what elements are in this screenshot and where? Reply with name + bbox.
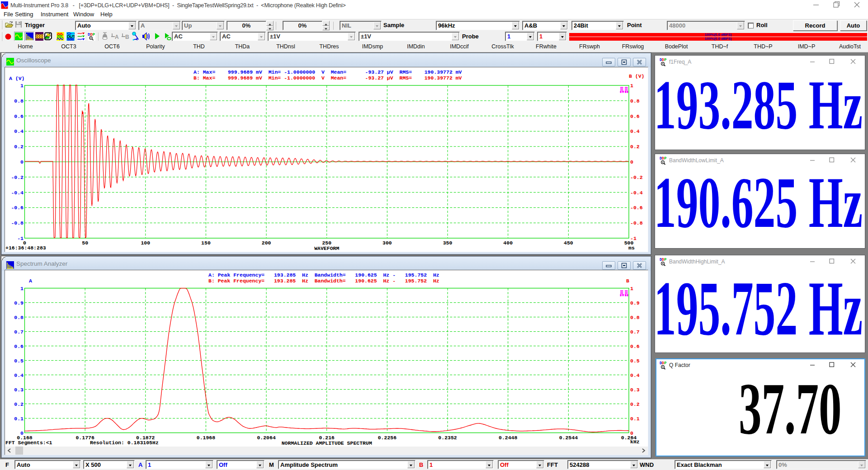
svg-text:DUT: DUT bbox=[67, 34, 75, 39]
svg-text:1: 1 bbox=[630, 286, 633, 291]
svg-text:0: 0 bbox=[630, 159, 633, 165]
svg-text:DDP: DDP bbox=[660, 58, 666, 62]
svg-text:A: Max= 999.9689 mV Min= -: A: Max= 999.9689 mV Min= -1.0000000 V Me… bbox=[193, 69, 462, 75]
svg-text:0.2256: 0.2256 bbox=[378, 435, 397, 441]
svg-text:0.1: 0.1 bbox=[14, 416, 24, 422]
svg-text:450: 450 bbox=[564, 240, 573, 246]
svg-text:0.6: 0.6 bbox=[630, 113, 640, 119]
svg-text:-0.6: -0.6 bbox=[11, 205, 24, 211]
svg-text:0.2: 0.2 bbox=[14, 401, 24, 407]
svg-text:0.6: 0.6 bbox=[14, 113, 24, 119]
svg-text:0.6: 0.6 bbox=[630, 343, 640, 349]
svg-text:0.2544: 0.2544 bbox=[559, 435, 578, 441]
svg-text:B: Max= 999.9689 mV Min= -: B: Max= 999.9689 mV Min= -1.0000000 V Me… bbox=[193, 75, 462, 81]
svg-text:A: A bbox=[115, 34, 119, 40]
svg-text:Resolution: 0.183105Hz: Resolution: 0.183105Hz bbox=[90, 440, 159, 446]
svg-text:0.2448: 0.2448 bbox=[499, 435, 518, 441]
svg-text:400: 400 bbox=[503, 240, 513, 246]
svg-text:B: B bbox=[125, 34, 129, 40]
svg-text:0.7: 0.7 bbox=[630, 329, 640, 335]
svg-text:DDP: DDP bbox=[660, 257, 666, 262]
svg-text:888: 888 bbox=[36, 33, 44, 40]
svg-text:0.7: 0.7 bbox=[14, 329, 24, 335]
svg-text:A (V): A (V) bbox=[9, 75, 25, 81]
svg-text:B: Peak Frequency= 193.285: B: Peak Frequency= 193.285 Hz Bandwidth=… bbox=[208, 278, 439, 284]
svg-text:0.2: 0.2 bbox=[630, 401, 640, 407]
svg-text:ms: ms bbox=[628, 245, 635, 251]
svg-text:0.1: 0.1 bbox=[630, 416, 640, 422]
svg-text:B: B bbox=[626, 278, 629, 284]
svg-text:A: A bbox=[29, 278, 32, 284]
svg-text:-0.8: -0.8 bbox=[11, 220, 24, 226]
svg-text:1: 1 bbox=[630, 83, 633, 89]
svg-text:0.8: 0.8 bbox=[630, 98, 640, 103]
svg-text:-0.6: -0.6 bbox=[630, 205, 643, 211]
svg-text:0.1968: 0.1968 bbox=[197, 435, 216, 441]
svg-text:0.2: 0.2 bbox=[630, 144, 640, 150]
svg-text:+16:36:48:283: +16:36:48:283 bbox=[5, 245, 46, 251]
svg-text:A: Peak Frequency= 193.285: A: Peak Frequency= 193.285 Hz Bandwidth=… bbox=[208, 272, 439, 278]
svg-text:-0.8: -0.8 bbox=[630, 220, 643, 226]
svg-text:0.8: 0.8 bbox=[14, 315, 24, 320]
svg-text:350: 350 bbox=[443, 240, 453, 246]
svg-text:0.2352: 0.2352 bbox=[438, 435, 457, 441]
svg-text:-0.4: -0.4 bbox=[11, 189, 24, 195]
svg-text:200: 200 bbox=[262, 240, 271, 246]
svg-text:0.2064: 0.2064 bbox=[257, 435, 276, 441]
svg-text:300: 300 bbox=[382, 240, 392, 246]
svg-text:WAVEFORM: WAVEFORM bbox=[314, 245, 339, 251]
svg-text:DDP: DDP bbox=[660, 361, 666, 366]
svg-text:B (V): B (V) bbox=[629, 73, 645, 79]
svg-text:1: 1 bbox=[20, 286, 24, 291]
svg-text:0.4: 0.4 bbox=[14, 128, 24, 134]
svg-text:0.4: 0.4 bbox=[14, 372, 24, 378]
svg-text:FFT Segments:<1: FFT Segments:<1 bbox=[5, 440, 52, 446]
svg-text:0.9: 0.9 bbox=[630, 300, 640, 306]
svg-text:NORMALIZED AMPLITUDE SPECTRUM: NORMALIZED AMPLITUDE SPECTRUM bbox=[282, 440, 372, 446]
svg-text:100: 100 bbox=[141, 240, 150, 246]
svg-text:50: 50 bbox=[82, 240, 88, 246]
svg-text:DDP: DDP bbox=[660, 156, 666, 161]
svg-text:1: 1 bbox=[20, 83, 24, 89]
svg-text:-0.2: -0.2 bbox=[630, 174, 643, 180]
svg-text:0.9: 0.9 bbox=[14, 300, 24, 306]
svg-text:-0.4: -0.4 bbox=[630, 189, 643, 195]
svg-text:150: 150 bbox=[201, 240, 211, 246]
svg-text:0.3: 0.3 bbox=[630, 387, 640, 393]
svg-text:-1: -1 bbox=[17, 235, 24, 241]
svg-text:0.6: 0.6 bbox=[14, 343, 24, 349]
svg-text:0.5: 0.5 bbox=[14, 358, 24, 364]
svg-text:0.2: 0.2 bbox=[14, 144, 24, 150]
svg-text:kHz: kHz bbox=[630, 439, 640, 445]
svg-text:0.8: 0.8 bbox=[14, 98, 24, 103]
svg-text:0.3: 0.3 bbox=[14, 387, 24, 393]
svg-text:0: 0 bbox=[20, 159, 24, 165]
svg-text:-0.2: -0.2 bbox=[11, 174, 24, 180]
svg-text:0.4: 0.4 bbox=[630, 372, 640, 378]
svg-text:0.4: 0.4 bbox=[630, 128, 640, 134]
svg-text:0.5: 0.5 bbox=[630, 358, 640, 364]
svg-text:0.8: 0.8 bbox=[630, 315, 640, 320]
